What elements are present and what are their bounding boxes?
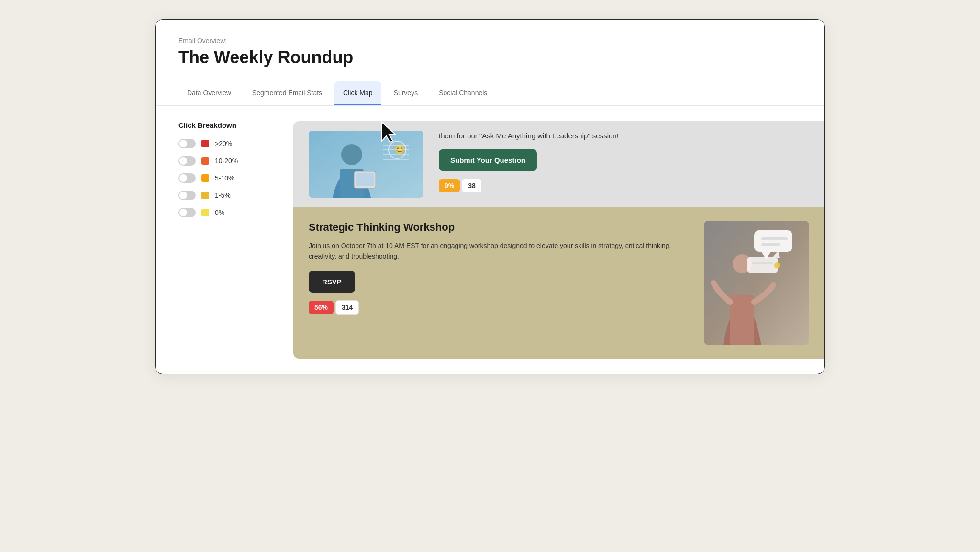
color-dot-1-5 (201, 192, 209, 199)
header: Email Overview: The Weekly Roundup (156, 20, 824, 68)
svg-point-22 (774, 262, 780, 268)
click-breakdown-title: Click Breakdown (178, 121, 278, 129)
color-dot-gt20 (201, 140, 209, 147)
workshop-left: Strategic Thinking Workshop Join us on O… (309, 221, 692, 315)
workshop-image (704, 221, 809, 345)
workshop-desc: Join us on October 7th at 10 AM EST for … (309, 240, 692, 262)
toggle-10-20[interactable] (178, 156, 196, 166)
toggle-0[interactable] (178, 208, 196, 217)
tab-click-map[interactable]: Click Map (334, 81, 381, 105)
breakdown-item-0: 0% (178, 208, 278, 217)
label-5-10: 5-10% (215, 174, 234, 182)
label-10-20: 10-20% (215, 157, 238, 165)
toggle-1-5[interactable] (178, 191, 196, 200)
breakdown-item-10-20: 10-20% (178, 156, 278, 166)
svg-rect-5 (356, 173, 374, 186)
label-gt20: >20% (215, 140, 232, 147)
app-window: Email Overview: The Weekly Roundup Data … (155, 19, 825, 374)
top-badge-count: 38 (462, 179, 482, 193)
email-top-right: them for our "Ask Me Anything with Leade… (439, 131, 809, 193)
label-1-5: 1-5% (215, 192, 231, 199)
label-0: 0% (215, 209, 224, 216)
top-metrics: 9% 38 (439, 179, 809, 193)
tab-data-overview[interactable]: Data Overview (178, 81, 240, 105)
svg-rect-19 (747, 257, 778, 273)
color-dot-10-20 (201, 157, 209, 165)
workshop-badge-percent: 56% (309, 301, 334, 314)
breakdown-item-1-5: 1-5% (178, 191, 278, 200)
svg-rect-21 (752, 262, 773, 264)
color-dot-5-10 (201, 174, 209, 182)
header-label: Email Overview: (178, 37, 802, 45)
svg-rect-17 (761, 237, 788, 240)
tab-segmented-email-stats[interactable]: Segmented Email Stats (244, 81, 331, 105)
workshop-metrics: 56% 314 (309, 300, 692, 315)
email-section-workshop: Strategic Thinking Workshop Join us on O… (293, 207, 824, 359)
svg-rect-18 (761, 243, 780, 246)
tab-social-channels[interactable]: Social Channels (430, 81, 496, 105)
click-breakdown-panel: Click Breakdown >20% 10-20% 5-10% 1-5% (178, 121, 293, 359)
page-title: The Weekly Roundup (178, 47, 802, 68)
email-top-image: 😊 (309, 131, 423, 198)
workshop-badge-count: 314 (335, 300, 359, 315)
toggle-5-10[interactable] (178, 173, 196, 183)
toggle-gt20[interactable] (178, 139, 196, 148)
tab-bar: Data Overview Segmented Email Stats Clic… (156, 81, 824, 106)
color-dot-0 (201, 209, 209, 216)
email-top-text: them for our "Ask Me Anything with Leade… (439, 131, 809, 142)
breakdown-item-gt20: >20% (178, 139, 278, 148)
breakdown-item-5-10: 5-10% (178, 173, 278, 183)
tab-surveys[interactable]: Surveys (385, 81, 427, 105)
email-preview-panel: 😊 them for our "Ask Me Anything with Lea… (293, 121, 824, 359)
rsvp-button[interactable]: RSVP (309, 271, 355, 293)
top-badge-percent: 9% (439, 179, 460, 192)
main-content: Click Breakdown >20% 10-20% 5-10% 1-5% (156, 106, 824, 374)
svg-rect-15 (754, 230, 792, 252)
svg-rect-14 (730, 295, 754, 345)
email-section-top: 😊 them for our "Ask Me Anything with Lea… (293, 121, 824, 207)
submit-question-button[interactable]: Submit Your Question (439, 149, 537, 171)
workshop-title: Strategic Thinking Workshop (309, 221, 692, 235)
svg-point-2 (341, 144, 362, 165)
